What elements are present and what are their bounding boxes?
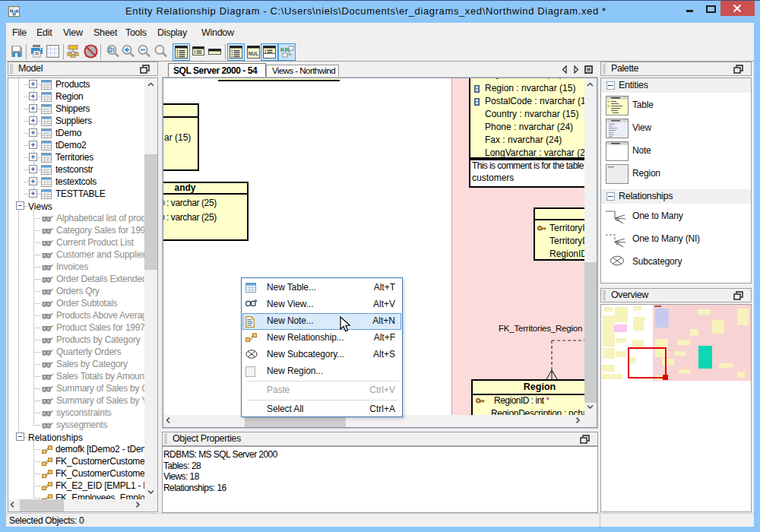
svg-text:NUL: NUL <box>249 51 258 56</box>
svg-text:KR: KR <box>280 46 290 53</box>
